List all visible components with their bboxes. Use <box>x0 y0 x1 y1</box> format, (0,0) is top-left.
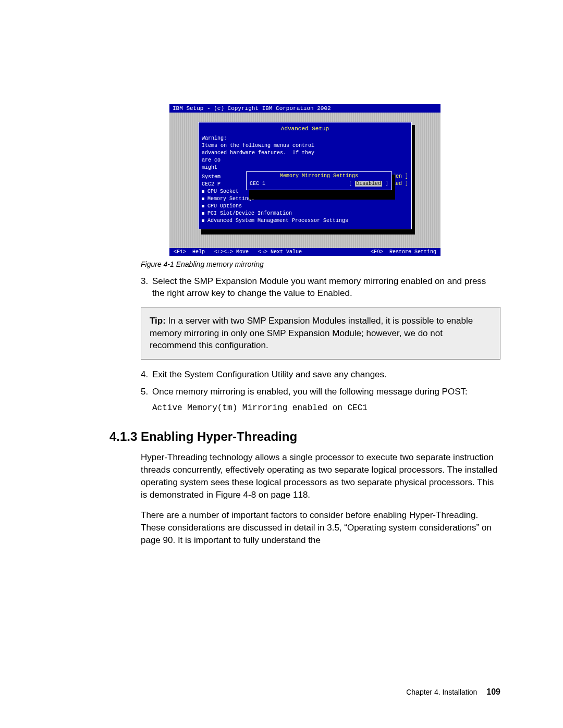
warning-line: might <box>202 164 408 171</box>
sub-panel-heading: Memory Mirroring Settings <box>250 173 388 179</box>
page: IBM Setup - (c) Copyright IBM Corporatio… <box>0 0 563 576</box>
menu-item[interactable]: Advanced System Management Processor Set… <box>202 217 408 225</box>
bios-screenshot: IBM Setup - (c) Copyright IBM Corporatio… <box>169 104 440 256</box>
tip-text: In a server with two SMP Expansion Modul… <box>150 316 473 351</box>
step-text: Select the SMP Expansion Module you want… <box>152 276 500 300</box>
document-content: Figure 4-1 Enabling memory mirroring 3. … <box>141 260 500 547</box>
menu-item[interactable]: CPU Options <box>202 203 408 210</box>
sub-row-label: CEC 1 <box>250 181 265 187</box>
warning-line: advanced hardware features. If they <box>202 150 408 157</box>
bios-body: Advanced Setup Warning: Items on the fol… <box>169 113 440 248</box>
footer-left: <F1> Help <↑><↓> Move <→> Next Value <box>174 249 302 255</box>
tip-box: Tip: In a server with two SMP Expansion … <box>141 307 500 360</box>
footer-right: <F9> Restore Setting <box>371 249 436 255</box>
footer-chapter: Chapter 4. Installation <box>406 688 477 696</box>
warning-line: Items on the following menus control <box>202 142 408 150</box>
sub-row-value[interactable]: Disabled <box>355 181 382 187</box>
footer-page-number: 109 <box>486 687 500 696</box>
panel-heading: Advanced Setup <box>202 126 408 132</box>
advanced-setup-panel: Advanced Setup Warning: Items on the fol… <box>198 122 412 229</box>
menu-item[interactable]: PCI Slot/Device Information <box>202 210 408 217</box>
step-text: Exit the System Configuration Utility an… <box>152 369 500 381</box>
section-heading: 4.1.3 Enabling Hyper-Threading <box>109 429 500 444</box>
tip-label: Tip: <box>150 316 166 326</box>
step-5: 5. Once memory mirroring is enabled, you… <box>141 386 500 398</box>
warning-line: are co <box>202 157 408 164</box>
step-3: 3. Select the SMP Expansion Module you w… <box>141 276 500 300</box>
step-number: 4. <box>141 369 152 381</box>
partial-line: System <box>202 174 221 181</box>
figure-caption: Figure 4-1 Enabling memory mirroring <box>141 260 500 268</box>
bios-footer: <F1> Help <↑><↓> Move <→> Next Value <F9… <box>169 248 440 256</box>
paragraph: There are a number of important factors … <box>141 509 500 546</box>
sub-panel-row[interactable]: CEC 1 [ Disabled ] <box>250 181 388 187</box>
bios-titlebar: IBM Setup - (c) Copyright IBM Corporatio… <box>169 104 440 113</box>
partial-line: CEC2 P <box>202 181 221 188</box>
memory-mirroring-subpanel: Memory Mirroring Settings CEC 1 [ Disabl… <box>246 171 392 190</box>
step-number: 5. <box>141 386 152 398</box>
post-message: Active Memory(tm) Mirroring enabled on C… <box>152 403 500 413</box>
paragraph: Hyper-Threading technology allows a sing… <box>141 451 500 501</box>
warning-line: Warning: <box>202 135 408 142</box>
step-4: 4. Exit the System Configuration Utility… <box>141 369 500 381</box>
step-number: 3. <box>141 276 152 300</box>
step-text: Once memory mirroring is enabled, you wi… <box>152 386 500 398</box>
sub-row-value-wrap: [ Disabled ] <box>349 181 388 187</box>
page-footer: Chapter 4. Installation 109 <box>406 687 500 697</box>
